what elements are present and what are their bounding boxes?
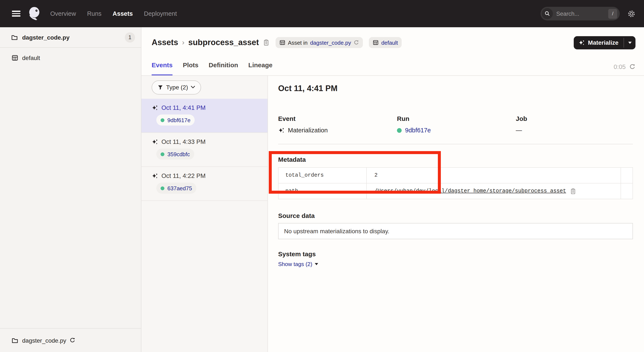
materialize-button-group: Materialize <box>574 36 636 49</box>
search-icon <box>542 8 553 19</box>
chevron-down-icon <box>191 85 195 89</box>
type-filter-label: Type (2) <box>166 84 188 91</box>
run-status-dot <box>160 118 164 122</box>
source-data-heading: Source data <box>278 212 633 219</box>
system-tags-heading: System tags <box>278 250 633 258</box>
sidebar-item-dagster-code[interactable]: dagster_code.py 1 <box>0 27 141 48</box>
folder-icon <box>12 337 18 344</box>
refresh-icon[interactable] <box>629 64 636 70</box>
metadata-row: path /Users/yuhan/dev/local/dagster_home… <box>278 183 633 199</box>
sidebar-footer-label: dagster_code.py <box>22 337 66 344</box>
asset-group-link[interactable]: default <box>381 39 398 46</box>
filter-bar: Type (2) <box>142 76 268 99</box>
nav-item-runs[interactable]: Runs <box>87 10 102 17</box>
code-location-link[interactable]: dagster_code.py <box>310 39 351 46</box>
search-shortcut-key: / <box>608 9 617 18</box>
caret-down-icon <box>628 41 632 44</box>
asset-location-badge[interactable]: Asset in dagster_code.py <box>276 37 363 48</box>
run-id-pill[interactable]: 9dbf617e <box>156 114 195 126</box>
reload-icon[interactable] <box>69 337 75 343</box>
gear-icon[interactable] <box>628 9 636 18</box>
materialization-list-item[interactable]: Oct 11, 4:33 PM 359cdbfc <box>142 133 268 167</box>
asset-group-icon <box>12 54 18 61</box>
job-value: — <box>516 127 522 134</box>
run-id-pill[interactable]: 359cdbfc <box>156 149 194 160</box>
sidebar-item-label: default <box>22 54 40 61</box>
refresh-countdown: 0:05 <box>614 63 626 70</box>
filter-funnel-icon <box>158 84 163 90</box>
tab-plots[interactable]: Plots <box>183 61 198 75</box>
nav-item-assets[interactable]: Assets <box>113 10 133 17</box>
event-column: Event Materialization <box>278 115 397 134</box>
asset-location-prefix: Asset in <box>288 39 308 46</box>
search-input[interactable] <box>553 10 608 17</box>
nav-item-overview[interactable]: Overview <box>50 10 76 17</box>
sidebar-item-label: dagster_code.py <box>22 34 70 41</box>
metadata-table: total_orders 2 path /Users/yuhan/dev/loc… <box>278 167 633 199</box>
metadata-key: total_orders <box>278 167 366 183</box>
run-status-dot <box>160 152 164 156</box>
show-tags-label: Show tags (2) <box>278 261 312 267</box>
breadcrumb-assets-link[interactable]: Assets <box>152 38 178 47</box>
metadata-row: total_orders 2 <box>278 167 633 183</box>
event-type-value: Materialization <box>288 127 328 134</box>
section-divider <box>278 144 633 144</box>
auto-refresh: 0:05 <box>614 63 636 75</box>
asset-grid-icon <box>280 39 285 45</box>
materialization-timestamp: Oct 11, 4:41 PM <box>162 104 206 111</box>
run-id-link[interactable]: 9dbf617e <box>168 117 190 123</box>
run-id-link[interactable]: 359cdbfc <box>168 151 190 157</box>
type-filter-button[interactable]: Type (2) <box>152 80 201 94</box>
run-id-link[interactable]: 9dbf617e <box>405 127 431 134</box>
copy-asset-name-icon[interactable] <box>263 39 270 46</box>
metadata-value: 2 <box>366 167 621 183</box>
run-column: Run 9dbf617e <box>397 115 516 134</box>
asset-count-badge: 1 <box>125 32 135 42</box>
metadata-key: path <box>278 183 366 199</box>
search-box[interactable]: / <box>540 7 620 20</box>
copy-path-icon[interactable] <box>570 188 576 194</box>
run-id-link[interactable]: 637aed75 <box>168 185 192 191</box>
nav-item-deployment[interactable]: Deployment <box>144 10 177 17</box>
hamburger-menu-icon[interactable] <box>12 11 20 16</box>
run-status-dot <box>160 186 164 190</box>
metadata-heading: Metadata <box>278 156 633 163</box>
asset-group-badge[interactable]: default <box>369 37 402 48</box>
materialize-button-label: Materialize <box>588 39 618 46</box>
run-id-pill[interactable]: 637aed75 <box>156 183 196 194</box>
main-area: Assets › subprocess_asset <box>142 27 644 352</box>
app-root: Overview Runs Assets Deployment / <box>0 0 644 352</box>
metadata-path-link[interactable]: /Users/yuhan/dev/local/dagster_home/stor… <box>374 188 566 194</box>
materialization-timestamp: Oct 11, 4:22 PM <box>162 172 206 179</box>
caret-down-icon <box>315 263 318 265</box>
materialize-button[interactable]: Materialize <box>574 36 624 49</box>
metadata-spacer-cell <box>621 183 633 199</box>
materialization-detail-pane: Oct 11, 4:41 PM Event Materialization <box>268 76 644 352</box>
tab-lineage[interactable]: Lineage <box>248 61 272 75</box>
metadata-spacer-cell <box>621 167 633 183</box>
breadcrumb: Assets › subprocess_asset <box>142 27 644 55</box>
breadcrumb-separator: › <box>182 38 184 47</box>
sidebar-item-default-group[interactable]: default <box>0 50 141 65</box>
dagster-logo-icon[interactable] <box>26 5 42 22</box>
job-column: Job — <box>516 115 633 134</box>
sparkle-icon <box>152 104 158 111</box>
primary-nav: Overview Runs Assets Deployment <box>50 10 177 17</box>
reload-location-icon[interactable] <box>354 40 359 45</box>
sidebar-footer-code-location[interactable]: dagster_code.py <box>0 328 141 352</box>
sparkle-icon <box>278 127 284 133</box>
materialization-detail-title: Oct 11, 4:41 PM <box>278 83 633 94</box>
tab-events[interactable]: Events <box>152 61 172 75</box>
event-label: Event <box>278 115 397 122</box>
materialize-dropdown-button[interactable] <box>624 36 636 49</box>
code-location-sidebar: dagster_code.py 1 default dagster_code.p… <box>0 27 142 352</box>
materialization-list-item[interactable]: Oct 11, 4:22 PM 637aed75 <box>142 167 268 201</box>
show-tags-toggle[interactable]: Show tags (2) <box>278 261 318 267</box>
asset-tabs: Events Plots Definition Lineage 0:05 <box>142 55 644 76</box>
materialization-list-item[interactable]: Oct 11, 4:41 PM 9dbf617e <box>142 99 268 133</box>
topbar-right: / <box>540 7 636 20</box>
tab-definition[interactable]: Definition <box>209 61 238 75</box>
folder-icon <box>11 34 18 41</box>
event-run-job-summary: Event Materialization Run <box>278 115 633 134</box>
events-content: Type (2) Oct 11, 4:41 PM <box>142 76 644 352</box>
